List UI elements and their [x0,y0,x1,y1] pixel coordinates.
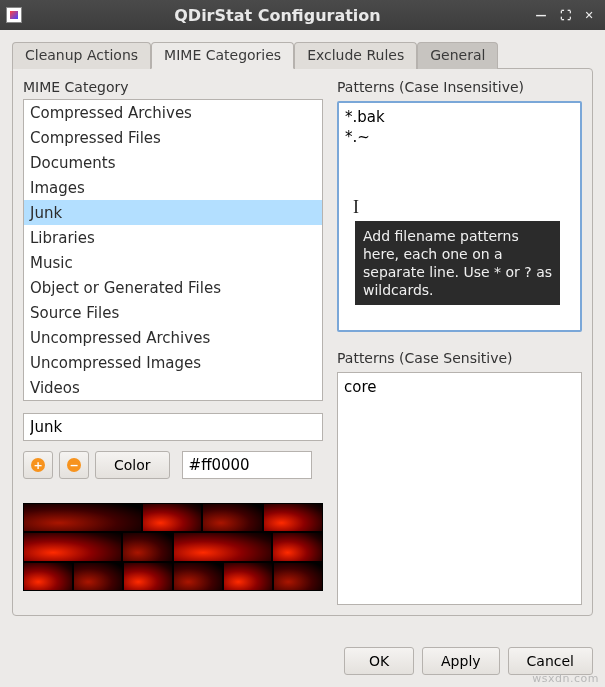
list-item[interactable]: Uncompressed Archives [24,325,322,350]
tab-row: Cleanup Actions MIME Categories Exclude … [12,42,593,69]
list-item[interactable]: Videos [24,375,322,400]
ok-button[interactable]: OK [344,647,414,675]
patterns-cs-frame [337,372,582,605]
dialog-body: Cleanup Actions MIME Categories Exclude … [0,30,605,687]
color-input[interactable] [182,451,312,479]
category-list[interactable]: Compressed Archives Compressed Files Doc… [23,99,323,401]
close-button[interactable]: ✕ [581,7,597,23]
treemap-cell [142,503,202,532]
treemap-cell [173,562,223,591]
mime-category-label: MIME Category [23,79,323,95]
tab-mime-categories[interactable]: MIME Categories [151,42,294,69]
patterns-ci-frame [337,101,582,332]
add-category-button[interactable]: + [23,451,53,479]
right-column: Patterns (Case Insensitive) I Add filena… [337,79,582,605]
minus-icon: − [67,458,81,472]
list-item[interactable]: Source Files [24,300,322,325]
treemap-cell [263,503,323,532]
treemap-cell [73,562,123,591]
treemap-cell [23,562,73,591]
list-item[interactable]: Object or Generated Files [24,275,322,300]
cancel-button[interactable]: Cancel [508,647,593,675]
list-item[interactable]: Compressed Files [24,125,322,150]
tab-pane: MIME Category Compressed Archives Compre… [12,68,593,616]
apply-button[interactable]: Apply [422,647,500,675]
treemap-cell [23,503,142,532]
treemap-cell [223,562,273,591]
minimize-button[interactable]: — [533,7,549,23]
color-button[interactable]: Color [95,451,170,479]
treemap-cell [272,532,323,561]
patterns-cs-input[interactable] [338,373,581,601]
category-name-input[interactable] [23,413,323,441]
tab-exclude-rules[interactable]: Exclude Rules [294,42,417,69]
remove-category-button[interactable]: − [59,451,89,479]
list-item[interactable]: Images [24,175,322,200]
left-column: MIME Category Compressed Archives Compre… [23,79,323,605]
list-item[interactable]: Music [24,250,322,275]
tab-general[interactable]: General [417,42,498,69]
plus-icon: + [31,458,45,472]
treemap-cell [273,562,323,591]
patterns-ci-input[interactable] [339,103,580,327]
list-item[interactable]: Junk [24,200,322,225]
app-icon [6,7,22,23]
list-item[interactable]: Uncompressed Images [24,350,322,375]
patterns-cs-label: Patterns (Case Sensitive) [337,350,582,366]
treemap-cell [173,532,272,561]
watermark: wsxdn.com [532,672,599,685]
window-title: QDirStat Configuration [30,6,525,25]
treemap-cell [123,562,173,591]
maximize-button[interactable]: ⛶ [557,7,573,23]
treemap-cell [202,503,262,532]
list-item[interactable]: Libraries [24,225,322,250]
patterns-ci-label: Patterns (Case Insensitive) [337,79,582,95]
tab-cleanup-actions[interactable]: Cleanup Actions [12,42,151,69]
titlebar: QDirStat Configuration — ⛶ ✕ [0,0,605,30]
treemap-preview [23,503,323,591]
treemap-cell [122,532,173,561]
category-button-row: + − Color [23,451,323,479]
dialog-footer: OK Apply Cancel [12,647,593,675]
list-item[interactable]: Compressed Archives [24,100,322,125]
list-item[interactable]: Documents [24,150,322,175]
treemap-cell [23,532,122,561]
